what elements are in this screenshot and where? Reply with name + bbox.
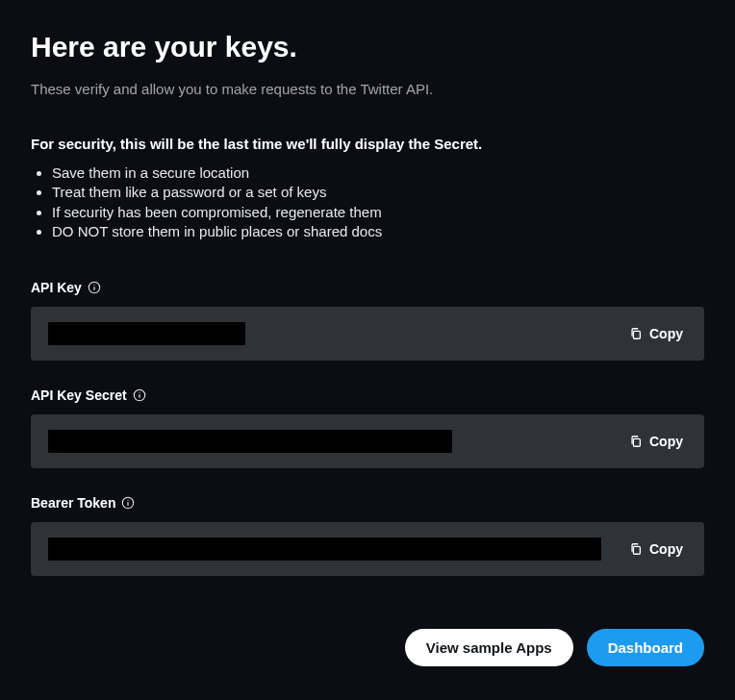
view-sample-apps-button[interactable]: View sample Apps xyxy=(405,629,573,666)
info-icon[interactable] xyxy=(88,281,101,294)
svg-rect-3 xyxy=(633,331,640,338)
api-key-value-redacted xyxy=(48,322,245,345)
security-rule: DO NOT store them in public places or sh… xyxy=(52,222,704,241)
api-key-secret-label: API Key Secret xyxy=(31,388,127,403)
svg-rect-7 xyxy=(633,438,640,446)
api-key-secret-box: Copy xyxy=(31,414,704,468)
copy-icon xyxy=(629,435,643,448)
bearer-token-value-redacted xyxy=(48,538,601,561)
copy-label: Copy xyxy=(649,541,683,557)
copy-api-key-button[interactable]: Copy xyxy=(625,322,687,345)
svg-rect-11 xyxy=(633,546,640,554)
info-icon[interactable] xyxy=(121,496,135,510)
api-key-label: API Key xyxy=(31,280,82,295)
bearer-token-label: Bearer Token xyxy=(31,495,115,511)
copy-bearer-token-button[interactable]: Copy xyxy=(625,538,687,561)
bearer-token-section: Bearer Token Copy xyxy=(31,495,704,576)
dashboard-button[interactable]: Dashboard xyxy=(587,629,704,666)
copy-label: Copy xyxy=(649,434,683,449)
svg-point-10 xyxy=(128,500,129,501)
button-row: View sample Apps Dashboard xyxy=(31,629,704,666)
copy-icon xyxy=(629,327,643,340)
api-key-box: Copy xyxy=(31,307,704,361)
copy-icon xyxy=(629,542,643,556)
api-key-secret-value-redacted xyxy=(48,430,452,453)
page-title: Here are your keys. xyxy=(31,31,704,63)
security-rule: Save them in a secure location xyxy=(52,163,704,183)
bearer-token-box: Copy xyxy=(31,522,704,576)
info-icon[interactable] xyxy=(133,388,146,402)
security-rule: If security has been compromised, regene… xyxy=(52,203,704,222)
copy-label: Copy xyxy=(649,326,683,341)
security-rule: Treat them like a password or a set of k… xyxy=(52,183,704,202)
api-key-secret-section: API Key Secret Copy xyxy=(31,388,704,468)
page-subtitle: These verify and allow you to make reque… xyxy=(31,81,704,97)
security-warning: For security, this will be the last time… xyxy=(31,136,704,152)
security-rules-list: Save them in a secure location Treat the… xyxy=(31,163,704,241)
api-key-section: API Key Copy xyxy=(31,280,704,361)
svg-point-6 xyxy=(139,392,139,393)
svg-point-2 xyxy=(93,285,94,286)
copy-api-key-secret-button[interactable]: Copy xyxy=(625,430,687,453)
